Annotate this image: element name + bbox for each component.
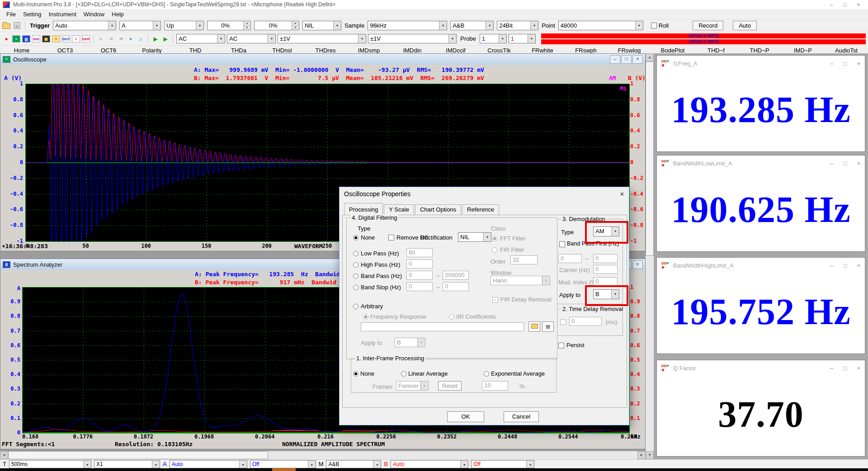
exp-average-field[interactable]: 10	[482, 381, 508, 391]
coupling-b-combo[interactable]: AC▼	[227, 34, 276, 43]
dropdown-arrow-icon[interactable]: ▼	[486, 21, 493, 30]
roll-checkbox-box[interactable]	[651, 23, 657, 28]
fir-filter-radio[interactable]	[492, 247, 497, 253]
sampling-channels-combo[interactable]: A&B▼	[450, 21, 494, 30]
dropdown-arrow-icon[interactable]: ▼	[333, 21, 341, 30]
exponential-average-radio[interactable]	[484, 371, 489, 377]
dropdown-arrow-icon[interactable]: ▼	[268, 34, 275, 43]
range-a-combo[interactable]: ±1V▼	[278, 34, 366, 43]
spinner-arrows-icon[interactable]: ▲▼	[243, 21, 250, 30]
ok-button[interactable]: OK	[447, 411, 484, 422]
ddp-close-button[interactable]: ×	[857, 60, 860, 67]
band-pass-high-field[interactable]: 200000	[443, 271, 469, 280]
ddp-minimize-button[interactable]: –	[830, 262, 833, 269]
dropdown-arrow-icon[interactable]: ▼	[152, 461, 160, 468]
data-logger-icon[interactable]: ≈	[52, 35, 60, 42]
band-stop-low-field[interactable]: 0	[406, 282, 433, 291]
sound-device-icon[interactable]: ♫	[137, 35, 145, 42]
dropdown-arrow-icon[interactable]: ▼	[217, 34, 225, 43]
ddp-viewer-icon[interactable]: DDP	[82, 35, 90, 42]
probe-a-combo[interactable]: 1▼	[480, 34, 507, 43]
high-pass-radio[interactable]	[353, 262, 359, 268]
save-icon[interactable]	[14, 22, 20, 29]
trigger-edge-combo[interactable]: Up▼	[164, 21, 204, 30]
menu-window[interactable]: Window	[80, 10, 108, 19]
fft-filter-radio[interactable]	[492, 236, 497, 241]
ddp-minimize-button[interactable]: –	[830, 160, 833, 167]
reset-button[interactable]: Reset	[438, 381, 462, 391]
derived-data-icon[interactable]: √	[72, 35, 80, 42]
filter-apply-to-combo[interactable]: B▼	[395, 338, 425, 347]
trigger-source-combo[interactable]: A▼	[119, 21, 161, 30]
remove-dc-checkbox[interactable]	[388, 235, 394, 240]
dropdown-arrow-icon[interactable]: ▼	[417, 338, 425, 347]
band-stop-high-field[interactable]: 0	[443, 282, 469, 291]
ddp-maximize-button[interactable]: □	[844, 262, 847, 269]
frames-combo[interactable]: Forever▼	[396, 381, 429, 391]
oscilloscope-title-bar[interactable]: ≈ Oscilloscope – □ ×	[0, 54, 645, 65]
ddp-panel-title-bar[interactable]: DDP⊕BandWidthHighLimit_A–□×	[657, 258, 865, 273]
horizontal-scrollbar[interactable]: ◄ ►	[0, 451, 646, 459]
ddp-maximize-button[interactable]: □	[844, 60, 847, 67]
fir-window-combo[interactable]: Hann▼	[491, 276, 550, 285]
dropdown-arrow-icon[interactable]: ▼	[308, 461, 316, 468]
spectrum-analyzer-icon[interactable]: ▆	[22, 35, 30, 42]
frequency-response-radio[interactable]	[363, 314, 368, 320]
browse-file-button[interactable]	[528, 321, 540, 332]
band-stop-radio[interactable]	[353, 285, 359, 290]
demod-bp-high-field[interactable]: 0	[593, 254, 618, 263]
minimize-button[interactable]: –	[825, 2, 838, 7]
oscilloscope-minimize-button[interactable]: –	[610, 55, 620, 64]
spectrum-close-button[interactable]: ×	[632, 260, 643, 269]
sweep-time-combo[interactable]: 500ms▼	[9, 460, 91, 468]
coupling-a-combo[interactable]: AC▼	[176, 34, 225, 43]
probe-cal-icon[interactable]: ●	[127, 35, 135, 42]
linear-average-radio[interactable]	[401, 371, 406, 377]
mod-index-field[interactable]: 0	[593, 277, 618, 286]
probe-b-combo[interactable]: 1▼	[509, 34, 536, 43]
oscilloscope-maximize-button[interactable]: □	[621, 55, 632, 64]
dropdown-arrow-icon[interactable]: ▼	[448, 34, 456, 43]
dialog-title-bar[interactable]: Oscilloscope Properties ✕	[340, 187, 629, 201]
arbitrary-radio[interactable]	[353, 304, 359, 309]
run-a-icon[interactable]: ▶	[151, 35, 160, 42]
dropdown-arrow-icon[interactable]: ▼	[483, 233, 491, 241]
dropdown-arrow-icon[interactable]: ▼	[420, 382, 428, 390]
tab-processing[interactable]: Processing	[344, 203, 383, 215]
channel-mode-combo[interactable]: A&B▼	[326, 460, 381, 468]
oscilloscope-icon[interactable]: ≈	[12, 35, 20, 42]
demod-bp-low-field[interactable]: 0	[558, 254, 582, 263]
low-pass-field[interactable]: 60	[406, 248, 433, 257]
tab-chart-options[interactable]: Chart Options	[415, 204, 461, 215]
filter-a-status-combo[interactable]: Off▼	[250, 460, 316, 468]
trigger-mode-combo[interactable]: Auto▼	[53, 21, 116, 30]
time-delay-checkbox[interactable]	[560, 319, 566, 325]
ddp-close-button[interactable]: ×	[857, 365, 860, 372]
calibration-icon[interactable]: ⊥	[97, 35, 105, 42]
dropdown-arrow-icon[interactable]: ▼	[526, 461, 534, 468]
open-file-icon[interactable]	[2, 24, 10, 29]
tab-reference[interactable]: Reference	[462, 204, 499, 215]
iir-coefficients-radio[interactable]	[449, 314, 454, 320]
ddp-panel-title-bar[interactable]: DDP⊕Q Factor–□×	[657, 360, 865, 376]
ifp-none-radio[interactable]	[353, 371, 359, 377]
ddp-panel-title-bar[interactable]: DDP⊕BandWidthLowLimit_A–□×	[657, 155, 865, 171]
run-b-icon[interactable]: ▶	[161, 35, 170, 42]
filter-none-radio[interactable]	[353, 235, 359, 240]
high-pass-field[interactable]: 0	[406, 259, 433, 268]
oscilloscope-close-button[interactable]: ×	[632, 55, 643, 64]
multimeter-icon[interactable]: 000	[32, 35, 40, 42]
vertical-scrollbar[interactable]: ▲ ▼	[646, 53, 654, 459]
ddp-maximize-button[interactable]: □	[844, 160, 847, 167]
zoom-combo[interactable]: X1▼	[94, 460, 160, 468]
trigger-hpf-combo[interactable]: NIL▼	[302, 21, 341, 30]
roll-checkbox[interactable]: Roll	[651, 22, 669, 29]
arbitrary-file-field[interactable]	[361, 322, 524, 331]
bit-depth-combo[interactable]: 24Bit▼	[497, 21, 538, 30]
time-delay-field[interactable]: 0	[569, 317, 602, 326]
device-test-plan-icon[interactable]: DUT	[62, 35, 70, 42]
spectrum-3d-icon[interactable]: ▦	[42, 35, 50, 42]
dropdown-arrow-icon[interactable]: ▼	[439, 21, 447, 30]
band-pass-first-checkbox[interactable]	[559, 241, 565, 247]
ddp-panel-title-bar[interactable]: DDP⊕f1Freq_A–□×	[657, 56, 865, 71]
